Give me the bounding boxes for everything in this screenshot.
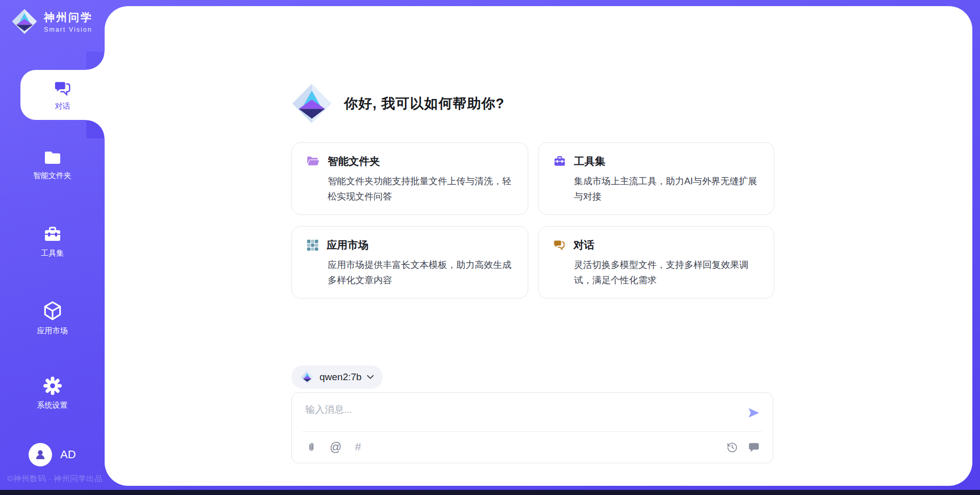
greeting-row: 你好, 我可以如何帮助你? (291, 83, 505, 125)
brand-subtitle: Smart Vision (44, 26, 93, 33)
sidebar-item-smart-folders[interactable]: 智能文件夹 (0, 149, 105, 181)
toolbox-icon (553, 155, 567, 168)
sidebar-item-chat[interactable]: 对话 (20, 70, 105, 120)
composer-toolbar: @ # (306, 436, 760, 458)
card-app-market[interactable]: 应用市场 应用市场提供丰富长文本模板，助力高效生成多样化文章内容 (291, 226, 528, 299)
card-description: 智能文件夹功能支持批量文件上传与清洗，轻松实现文件问答 (328, 174, 513, 204)
card-head: 工具集 (553, 154, 760, 168)
chat-bubbles-icon (553, 238, 566, 252)
card-toolset[interactable]: 工具集 集成市场上主流工具，助力AI与外界无缝扩展与对接 (538, 142, 775, 215)
sidebar-item-label: 智能文件夹 (33, 171, 71, 181)
composer-tools-right (726, 441, 760, 453)
model-diamond-icon (301, 370, 314, 384)
sidebar-item-label: 应用市场 (37, 326, 68, 336)
chat-bubble-icon (748, 441, 760, 453)
composer-tools-left: @ # (306, 440, 361, 454)
paperclip-icon (306, 441, 316, 453)
toolbox-icon (42, 225, 63, 244)
greeting-text: 你好, 我可以如何帮助你? (344, 94, 505, 113)
new-chat-button[interactable] (748, 441, 760, 453)
message-composer: @ # (291, 392, 773, 463)
card-description: 应用市场提供丰富长文本模板，助力高效生成多样化文章内容 (328, 257, 513, 288)
folder-icon (42, 149, 63, 166)
attach-button[interactable] (306, 441, 316, 453)
composer-divider (302, 431, 763, 432)
card-title: 工具集 (574, 154, 606, 168)
send-button[interactable] (747, 406, 761, 422)
user-avatar (29, 443, 52, 466)
model-name: qwen2:7b (320, 372, 361, 383)
chevron-down-icon (367, 375, 374, 379)
sidebar-item-label: 工具集 (41, 249, 64, 258)
topic-button[interactable]: # (355, 440, 361, 454)
card-title: 应用市场 (327, 238, 369, 252)
card-head: 应用市场 (306, 238, 513, 252)
user-profile[interactable]: AD (29, 443, 76, 466)
card-title: 智能文件夹 (328, 154, 380, 168)
sidebar-item-label: 对话 (55, 102, 70, 111)
card-head: 对话 (553, 238, 760, 252)
card-description: 集成市场上主流工具，助力AI与外界无缝扩展与对接 (574, 174, 760, 204)
sidebar-item-label: 系统设置 (37, 401, 68, 410)
brand-logo: 神州问学 Smart Vision (11, 8, 93, 35)
history-button[interactable] (726, 441, 738, 453)
hash-icon: # (355, 440, 361, 454)
copyright-text: ©神州数码 · 神州问学出品 (7, 474, 103, 484)
card-description: 灵活切换多模型文件，支持多样回复效果调试，满足个性化需求 (574, 257, 760, 288)
app-window: 神州问学 Smart Vision 对话 智能文件夹 工具集 (0, 0, 980, 495)
brand-text: 神州问学 Smart Vision (44, 10, 93, 33)
sidebar-item-toolset[interactable]: 工具集 (0, 225, 105, 258)
message-input[interactable] (305, 403, 739, 428)
gear-icon (42, 376, 63, 396)
brand-diamond-icon (11, 8, 38, 35)
brand-name: 神州问学 (44, 10, 93, 24)
person-icon (33, 448, 47, 462)
tab-fillet-top (86, 52, 105, 70)
grid-icon (306, 239, 319, 252)
bottom-strip (0, 490, 980, 495)
assistant-diamond-icon (291, 83, 333, 125)
model-selector[interactable]: qwen2:7b (291, 365, 383, 389)
at-icon: @ (330, 440, 341, 454)
mention-button[interactable]: @ (330, 440, 341, 454)
feature-cards: 智能文件夹 智能文件夹功能支持批量文件上传与清洗，轻松实现文件问答 工具集 集成… (291, 142, 774, 299)
history-icon (726, 441, 738, 453)
card-chat[interactable]: 对话 灵活切换多模型文件，支持多样回复效果调试，满足个性化需求 (538, 226, 775, 299)
send-icon (747, 406, 761, 419)
card-title: 对话 (574, 238, 595, 252)
card-smart-folders[interactable]: 智能文件夹 智能文件夹功能支持批量文件上传与清洗，轻松实现文件问答 (291, 142, 528, 215)
sidebar-item-app-market[interactable]: 应用市场 (0, 300, 105, 336)
chat-bubbles-icon (53, 79, 72, 98)
tab-fillet-bottom (86, 120, 105, 138)
user-initials: AD (60, 448, 76, 461)
card-head: 智能文件夹 (306, 154, 513, 168)
sidebar-item-settings[interactable]: 系统设置 (0, 376, 105, 410)
folder-open-icon (306, 155, 320, 167)
cube-icon (42, 300, 63, 321)
